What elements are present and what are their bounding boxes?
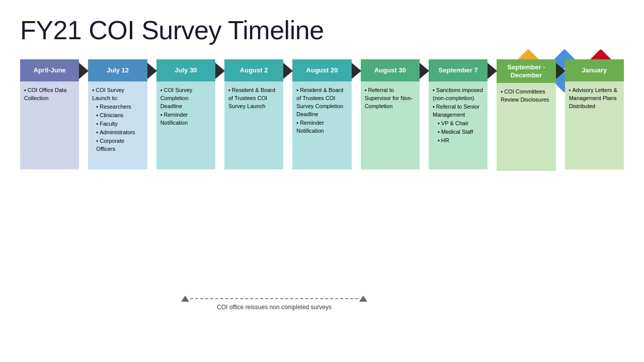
list-item: Reminder Notification [160,111,211,127]
timeline-item-col-4: August 2Resident & Board of Trustees COI… [224,59,283,169]
timeline-item-col-9: JanuaryAdvisory Letters & Management Pla… [565,59,624,169]
list-item: Referral to Supervisor for Non-Completio… [365,86,416,111]
timeline-header-col-2: July 12 [88,59,147,81]
timeline-item-col-1: April-JuneCOI Office Data Collection [20,59,79,169]
list-item: COI Committees Review Disclosures [501,88,551,104]
bullet-list-col-5: Resident & Board of Trustees COI Survey … [296,86,347,135]
timeline-header-col-8: September - December [497,59,555,83]
reissue-line [190,298,358,299]
bullet-list-col-6: Referral to Supervisor for Non-Completio… [365,86,416,111]
reissue-arrow-right [359,296,367,302]
list-item: HR [433,137,484,145]
reissue-section: COI office reissues non completed survey… [181,296,367,312]
list-item: Referral to Senior Management [433,103,484,119]
list-item: COI Survey Completion Deadline [160,86,211,111]
list-item: COI Office Data Collection [24,86,75,103]
list-item: COI Survey Launch to: [92,86,143,103]
timeline-item-col-5: August 20Resident & Board of Trustees CO… [292,59,351,169]
timeline-header-col-1: April-June [20,59,79,81]
list-item: Reminder Notification [296,119,347,135]
list-item: Resident & Board of Trustees COI Survey … [296,86,347,119]
timeline-header-col-4: August 2 [224,59,283,81]
page-title: FY21 COI Survey Timeline [20,15,624,45]
slide: FY21 COI Survey Timeline Manage Reduce E… [0,0,644,362]
timeline-item-col-3: July 30COI Survey Completion DeadlineRem… [156,59,215,169]
bullet-list-col-4: Resident & Board of Trustees COI Survey … [228,86,279,111]
list-item: Sanctions imposed (non-completion) [433,86,484,103]
list-item: Corporate Officers [92,137,143,153]
timeline-item-col-2: July 12COI Survey Launch to:ResearchersC… [88,59,147,169]
timeline-body-col-6: Referral to Supervisor for Non-Completio… [361,81,420,169]
timeline-item-col-7: September 7Sanctions imposed (non-comple… [429,59,488,169]
timeline-header-col-9: January [565,59,624,81]
timeline-header-col-5: August 20 [292,59,351,81]
timeline-body-col-1: COI Office Data Collection [20,81,79,169]
timeline-body-col-7: Sanctions imposed (non-completion)Referr… [429,81,488,169]
list-item: Faculty [92,120,143,128]
timeline-item-col-6: August 30Referral to Supervisor for Non-… [361,59,420,169]
reissue-text: COI office reissues non completed survey… [181,304,367,312]
timeline-body-col-8: COI Committees Review Disclosures [497,83,555,171]
list-item: Medical Staff [433,128,484,136]
timeline-header-col-7: September 7 [429,59,488,81]
timeline-body-col-9: Advisory Letters & Management Plans Dist… [565,81,624,169]
list-item: Clinicians [92,112,143,120]
timeline-body-col-5: Resident & Board of Trustees COI Survey … [292,81,351,169]
reissue-arrows [181,296,367,302]
timeline: April-JuneCOI Office Data CollectionJuly… [20,59,624,171]
timeline-body-col-2: COI Survey Launch to:ResearchersClinicia… [88,81,147,169]
timeline-body-col-4: Resident & Board of Trustees COI Survey … [224,81,283,169]
bullet-list-col-7: Sanctions imposed (non-completion)Referr… [433,86,484,145]
reissue-arrow-left [181,296,189,302]
list-item: Researchers [92,103,143,111]
list-item: Advisory Letters & Management Plans Dist… [569,86,620,111]
list-item: Administrators [92,129,143,137]
bullet-list-col-2: COI Survey Launch to:ResearchersClinicia… [92,86,143,153]
timeline-body-col-3: COI Survey Completion DeadlineReminder N… [156,81,215,169]
bullet-list-col-8: COI Committees Review Disclosures [501,88,551,104]
list-item: Resident & Board of Trustees COI Survey … [228,86,279,111]
timeline-header-col-3: July 30 [156,59,215,81]
list-item: VP & Chair [433,120,484,128]
bullet-list-col-9: Advisory Letters & Management Plans Dist… [569,86,620,111]
bullet-list-col-3: COI Survey Completion DeadlineReminder N… [160,86,211,127]
timeline-header-col-6: August 30 [361,59,420,81]
timeline-item-col-8: September - DecemberCOI Committees Revie… [497,59,555,171]
bullet-list-col-1: COI Office Data Collection [24,86,75,103]
